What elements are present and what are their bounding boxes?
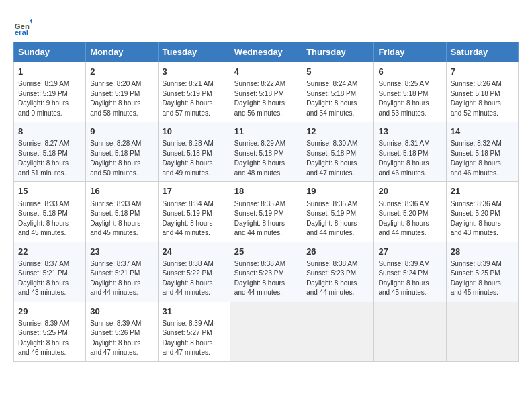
calendar-week-0: 1Sunrise: 8:19 AM Sunset: 5:19 PM Daylig…: [14, 62, 519, 122]
weekday-header-sunday: Sunday: [14, 42, 86, 62]
day-info: Sunrise: 8:29 AM Sunset: 5:18 PM Dayligh…: [234, 139, 298, 178]
weekday-header-wednesday: Wednesday: [230, 42, 302, 62]
day-number: 24: [163, 246, 226, 258]
day-number: 29: [18, 306, 81, 318]
day-number: 6: [378, 66, 441, 78]
calendar-table: SundayMondayTuesdayWednesdayThursdayFrid…: [13, 42, 519, 362]
day-info: Sunrise: 8:27 AM Sunset: 5:18 PM Dayligh…: [18, 139, 81, 178]
day-number: 4: [234, 66, 298, 78]
weekday-row: SundayMondayTuesdayWednesdayThursdayFrid…: [14, 42, 519, 62]
calendar-body: 1Sunrise: 8:19 AM Sunset: 5:19 PM Daylig…: [14, 62, 519, 362]
calendar-cell: 26Sunrise: 8:38 AM Sunset: 5:23 PM Dayli…: [302, 242, 374, 302]
day-info: Sunrise: 8:39 AM Sunset: 5:27 PM Dayligh…: [163, 319, 226, 358]
day-number: 17: [163, 185, 226, 197]
calendar-cell: 16Sunrise: 8:33 AM Sunset: 5:18 PM Dayli…: [86, 182, 158, 242]
calendar-cell: 22Sunrise: 8:37 AM Sunset: 5:21 PM Dayli…: [14, 242, 86, 302]
calendar-cell: [230, 302, 302, 361]
day-info: Sunrise: 8:19 AM Sunset: 5:19 PM Dayligh…: [18, 79, 81, 118]
calendar-header: SundayMondayTuesdayWednesdayThursdayFrid…: [14, 42, 519, 62]
day-info: Sunrise: 8:22 AM Sunset: 5:18 PM Dayligh…: [234, 79, 298, 118]
calendar-cell: 19Sunrise: 8:35 AM Sunset: 5:19 PM Dayli…: [302, 182, 374, 242]
day-number: 10: [163, 126, 226, 138]
day-info: Sunrise: 8:36 AM Sunset: 5:20 PM Dayligh…: [378, 199, 441, 238]
day-info: Sunrise: 8:31 AM Sunset: 5:18 PM Dayligh…: [378, 139, 441, 178]
calendar-cell: [302, 302, 374, 361]
day-info: Sunrise: 8:21 AM Sunset: 5:19 PM Dayligh…: [163, 79, 226, 118]
day-number: 1: [18, 66, 81, 78]
logo-icon: Gen eral: [13, 16, 32, 35]
calendar-cell: [374, 302, 446, 361]
day-info: Sunrise: 8:35 AM Sunset: 5:19 PM Dayligh…: [234, 199, 298, 238]
logo: Gen eral: [13, 16, 35, 35]
svg-text:eral: eral: [15, 28, 28, 35]
calendar-week-3: 22Sunrise: 8:37 AM Sunset: 5:21 PM Dayli…: [14, 242, 519, 302]
calendar-cell: 6Sunrise: 8:25 AM Sunset: 5:18 PM Daylig…: [374, 62, 446, 122]
calendar-week-4: 29Sunrise: 8:39 AM Sunset: 5:25 PM Dayli…: [14, 302, 519, 361]
day-info: Sunrise: 8:39 AM Sunset: 5:25 PM Dayligh…: [451, 259, 514, 298]
day-number: 2: [90, 66, 153, 78]
day-number: 11: [234, 126, 298, 138]
day-number: 19: [306, 185, 369, 197]
calendar-cell: 3Sunrise: 8:21 AM Sunset: 5:19 PM Daylig…: [158, 62, 230, 122]
weekday-header-saturday: Saturday: [446, 42, 518, 62]
day-number: 31: [163, 306, 226, 318]
calendar-cell: 21Sunrise: 8:36 AM Sunset: 5:20 PM Dayli…: [446, 182, 518, 242]
day-info: Sunrise: 8:24 AM Sunset: 5:18 PM Dayligh…: [306, 79, 369, 118]
day-info: Sunrise: 8:34 AM Sunset: 5:19 PM Dayligh…: [163, 199, 226, 238]
calendar-cell: 17Sunrise: 8:34 AM Sunset: 5:19 PM Dayli…: [158, 182, 230, 242]
day-number: 13: [378, 126, 441, 138]
day-info: Sunrise: 8:37 AM Sunset: 5:21 PM Dayligh…: [18, 259, 81, 298]
calendar-cell: 25Sunrise: 8:38 AM Sunset: 5:23 PM Dayli…: [230, 242, 302, 302]
day-info: Sunrise: 8:32 AM Sunset: 5:18 PM Dayligh…: [451, 139, 514, 178]
calendar-cell: 5Sunrise: 8:24 AM Sunset: 5:18 PM Daylig…: [302, 62, 374, 122]
day-info: Sunrise: 8:33 AM Sunset: 5:18 PM Dayligh…: [90, 199, 153, 238]
day-info: Sunrise: 8:28 AM Sunset: 5:18 PM Dayligh…: [163, 139, 226, 178]
day-number: 12: [306, 126, 369, 138]
calendar-week-2: 15Sunrise: 8:33 AM Sunset: 5:18 PM Dayli…: [14, 182, 519, 242]
calendar-cell: 12Sunrise: 8:30 AM Sunset: 5:18 PM Dayli…: [302, 122, 374, 182]
day-number: 30: [90, 306, 153, 318]
calendar-cell: 14Sunrise: 8:32 AM Sunset: 5:18 PM Dayli…: [446, 122, 518, 182]
calendar-cell: 29Sunrise: 8:39 AM Sunset: 5:25 PM Dayli…: [14, 302, 86, 361]
day-number: 18: [234, 185, 298, 197]
calendar-cell: 1Sunrise: 8:19 AM Sunset: 5:19 PM Daylig…: [14, 62, 86, 122]
calendar-cell: [446, 302, 518, 361]
calendar-cell: 13Sunrise: 8:31 AM Sunset: 5:18 PM Dayli…: [374, 122, 446, 182]
calendar-cell: 31Sunrise: 8:39 AM Sunset: 5:27 PM Dayli…: [158, 302, 230, 361]
day-info: Sunrise: 8:35 AM Sunset: 5:19 PM Dayligh…: [306, 199, 369, 238]
calendar-week-1: 8Sunrise: 8:27 AM Sunset: 5:18 PM Daylig…: [14, 122, 519, 182]
day-info: Sunrise: 8:33 AM Sunset: 5:18 PM Dayligh…: [18, 199, 81, 238]
day-number: 14: [451, 126, 514, 138]
calendar-cell: 28Sunrise: 8:39 AM Sunset: 5:25 PM Dayli…: [446, 242, 518, 302]
calendar-cell: 10Sunrise: 8:28 AM Sunset: 5:18 PM Dayli…: [158, 122, 230, 182]
day-number: 3: [163, 66, 226, 78]
day-info: Sunrise: 8:39 AM Sunset: 5:24 PM Dayligh…: [378, 259, 441, 298]
weekday-header-friday: Friday: [374, 42, 446, 62]
day-number: 21: [451, 185, 514, 197]
calendar-cell: 15Sunrise: 8:33 AM Sunset: 5:18 PM Dayli…: [14, 182, 86, 242]
calendar-cell: 30Sunrise: 8:39 AM Sunset: 5:26 PM Dayli…: [86, 302, 158, 361]
calendar-cell: 20Sunrise: 8:36 AM Sunset: 5:20 PM Dayli…: [374, 182, 446, 242]
day-number: 23: [90, 246, 153, 258]
day-number: 27: [378, 246, 441, 258]
day-info: Sunrise: 8:38 AM Sunset: 5:23 PM Dayligh…: [234, 259, 298, 298]
day-number: 25: [234, 246, 298, 258]
day-number: 22: [18, 246, 81, 258]
weekday-header-thursday: Thursday: [302, 42, 374, 62]
day-number: 16: [90, 185, 153, 197]
day-number: 15: [18, 185, 81, 197]
page-header: Gen eral: [13, 13, 519, 35]
day-info: Sunrise: 8:38 AM Sunset: 5:23 PM Dayligh…: [306, 259, 369, 298]
calendar-cell: 18Sunrise: 8:35 AM Sunset: 5:19 PM Dayli…: [230, 182, 302, 242]
calendar-cell: 24Sunrise: 8:38 AM Sunset: 5:22 PM Dayli…: [158, 242, 230, 302]
calendar-cell: 11Sunrise: 8:29 AM Sunset: 5:18 PM Dayli…: [230, 122, 302, 182]
calendar-cell: 23Sunrise: 8:37 AM Sunset: 5:21 PM Dayli…: [86, 242, 158, 302]
calendar-cell: 8Sunrise: 8:27 AM Sunset: 5:18 PM Daylig…: [14, 122, 86, 182]
day-number: 9: [90, 126, 153, 138]
weekday-header-monday: Monday: [86, 42, 158, 62]
day-info: Sunrise: 8:28 AM Sunset: 5:18 PM Dayligh…: [90, 139, 153, 178]
day-number: 20: [378, 185, 441, 197]
day-number: 26: [306, 246, 369, 258]
day-info: Sunrise: 8:37 AM Sunset: 5:21 PM Dayligh…: [90, 259, 153, 298]
calendar-cell: 2Sunrise: 8:20 AM Sunset: 5:19 PM Daylig…: [86, 62, 158, 122]
